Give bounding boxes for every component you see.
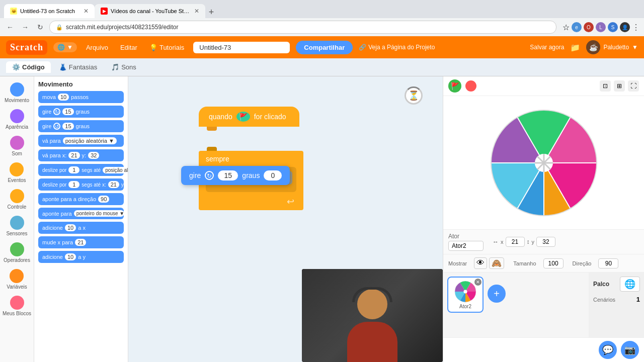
eye-closed-icon[interactable]: 🙈 [489, 257, 504, 269]
category-eventos[interactable]: Eventos [6, 160, 28, 185]
sensores-label: Sensores [6, 231, 27, 236]
tab-code[interactable]: ⚙️ Código [6, 61, 51, 73]
for-clicado-text: for clicado [254, 113, 286, 121]
person-body [347, 322, 397, 362]
block-va-para-xy[interactable]: vá para x: 21 y: 32 [38, 149, 124, 161]
tutorials-button[interactable]: 💡 Tutoriais [146, 42, 187, 53]
add-sprite-button[interactable]: + [488, 285, 506, 303]
forward-button[interactable]: → [19, 23, 31, 31]
meus-blocos-circle [10, 296, 24, 310]
gire-text-canvas: gire [189, 171, 201, 179]
tab-scratch[interactable]: 🐱 Untitled-73 on Scratch ✕ [4, 4, 95, 18]
normal-stage-button[interactable]: ⊞ [614, 80, 625, 92]
block-palette: Movimento Aparência Som Eventos Controle… [0, 76, 128, 362]
logo-text: Scratch [10, 42, 43, 52]
block-deslize-pos[interactable]: deslize por 1 segs até posição aleatória… [38, 164, 124, 176]
category-som[interactable]: Som [8, 134, 26, 158]
globe-icon: 🌐 [57, 44, 65, 51]
eye-open-icon[interactable]: 👁 [474, 257, 487, 269]
category-movimento[interactable]: Movimento [3, 80, 31, 105]
category-list: Movimento Aparência Som Eventos Controle… [0, 76, 34, 362]
tab-close-scratch[interactable]: ✕ [84, 8, 89, 15]
x-label: x [501, 239, 504, 245]
category-operadores[interactable]: Operadores [2, 240, 32, 265]
folder-icon[interactable]: 📁 [570, 43, 580, 52]
fullscreen-button[interactable]: ⛶ [628, 80, 639, 92]
browser-toolbar-icons: ☆ e O L S 👤 ⋮ [562, 22, 640, 32]
arquivo-menu[interactable]: Arquivo [83, 42, 111, 53]
ator-label: Ator [448, 233, 484, 240]
category-sensores[interactable]: Sensores [4, 214, 29, 238]
menu-icon[interactable]: ⋮ [632, 23, 640, 32]
operadores-label: Operadores [4, 257, 30, 263]
category-meus-blocos[interactable]: Meus Blocos [1, 294, 33, 318]
flag-icon: 🚩 [236, 112, 250, 122]
url-text: scratch.mit.edu/projects/408231559/edito… [66, 24, 178, 31]
block-mova[interactable]: mova 10 passos [38, 91, 124, 103]
tab-youtube[interactable]: ▶ Vídeos do canal - YouTube Studi... ✕ [95, 4, 205, 18]
y-value-input[interactable] [536, 237, 555, 247]
sprite-name-label: Ator2 [459, 304, 471, 309]
direcao-input[interactable] [598, 258, 618, 268]
category-controle[interactable]: Controle [6, 187, 29, 212]
reload-button[interactable]: ↻ [34, 23, 46, 31]
loading-spinner: ⏳ [405, 86, 423, 105]
camera-button[interactable]: 📷 [621, 341, 639, 359]
block-gire-ccw[interactable]: gire ↺ 15 graus [38, 120, 124, 132]
gire-input-15[interactable] [218, 170, 238, 180]
save-button[interactable]: Salvar agora [530, 44, 564, 51]
extension-icon-4[interactable]: S [608, 22, 618, 32]
block-aponte-direcao[interactable]: aponte para a direção 90 [38, 193, 124, 205]
user-menu[interactable]: ☕ Paludetto ▼ [586, 40, 638, 54]
tab-costumes-label: Fantasias [69, 63, 97, 71]
scratch-logo[interactable]: Scratch [6, 40, 47, 55]
block-adicione-y[interactable]: adicione 10 a y [38, 251, 124, 263]
tab-sounds-label: Sons [121, 63, 136, 71]
sprite-thumbnail [454, 281, 476, 303]
extension-icon-5[interactable]: 👤 [620, 22, 630, 32]
ator-value-input[interactable] [448, 241, 484, 251]
stage-canvas [443, 96, 644, 229]
extension-icon-2[interactable]: O [584, 22, 594, 32]
sprite-delete-btn[interactable]: ✕ [474, 279, 481, 286]
x-value-input[interactable] [506, 237, 525, 247]
small-stage-button[interactable]: ⊡ [600, 80, 611, 92]
block-mude-x[interactable]: mude x para 21 [38, 236, 124, 248]
code-icon: ⚙️ [12, 63, 20, 71]
tab-sounds[interactable]: 🎵 Sons [105, 61, 142, 73]
block-aponte-para[interactable]: aponte para ponteiro do mouse ▼ [38, 208, 124, 219]
tab-close-youtube[interactable]: ✕ [194, 8, 199, 15]
block-va-para[interactable]: vá para posição aleatória ▼ [38, 135, 124, 147]
stop-button[interactable] [465, 80, 476, 92]
project-name-input[interactable] [193, 42, 290, 53]
green-flag-button[interactable]: 🚩 [448, 79, 461, 93]
globe-menu[interactable]: 🌐 ▼ [53, 42, 77, 52]
tab-costumes[interactable]: 👗 Fantasias [53, 61, 103, 73]
category-aparencia[interactable]: Aparência [4, 107, 30, 132]
bookmark-icon[interactable]: ☆ [562, 23, 570, 32]
editar-menu[interactable]: Editar [117, 42, 140, 53]
address-bar[interactable]: 🔒 scratch.mit.edu/projects/408231559/edi… [49, 21, 556, 34]
quando-flag-block[interactable]: quando 🚩 for clicado [199, 107, 299, 131]
chat-button[interactable]: 💬 [599, 341, 617, 359]
new-tab-button[interactable]: + [205, 6, 217, 18]
gire-block-canvas[interactable]: gire ↻ graus [181, 166, 290, 185]
view-project-button[interactable]: 🔗 Veja a Página do Projeto [359, 44, 435, 51]
back-button[interactable]: ← [4, 23, 16, 31]
sprite-stage-row: ✕ Ator2 [443, 272, 644, 337]
block-deslize-xy[interactable]: deslize por 1 segs até x: 21 y: 32 [38, 178, 124, 191]
movimento-circle [10, 82, 24, 97]
palco-box[interactable]: 🌐 [620, 277, 640, 292]
extension-icon-1[interactable]: e [572, 22, 582, 32]
tamanho-input[interactable] [543, 258, 564, 268]
code-canvas[interactable]: ⏳ quando 🚩 for clicado gire ↻ graus [128, 76, 443, 362]
category-variaveis[interactable]: Variáveis [5, 267, 29, 292]
share-button[interactable]: Compartilhar [296, 41, 353, 54]
sprite-ator2[interactable]: ✕ Ator2 [447, 277, 484, 313]
webcam-video [302, 269, 443, 362]
block-adicione-x[interactable]: adicione 10 a x [38, 222, 124, 234]
extension-icon-3[interactable]: L [596, 22, 606, 32]
gire-input-0[interactable] [264, 170, 282, 180]
operadores-circle [10, 242, 24, 256]
block-gire-cw[interactable]: gire ↻ 15 graus [38, 106, 124, 118]
